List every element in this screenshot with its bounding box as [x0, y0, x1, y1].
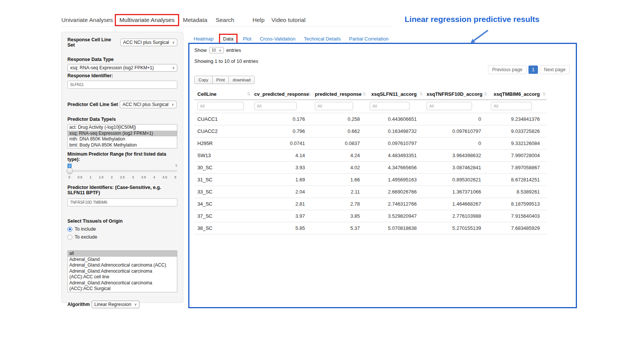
list-option[interactable]: Adrenal_Gland [68, 257, 177, 263]
response-data-type-label: Response Data Type [67, 57, 177, 62]
filter-input-cv-predicted-response[interactable] [254, 102, 297, 110]
value-cell: 5.85 [251, 222, 312, 234]
previous-page-button[interactable]: Previous page [488, 65, 527, 74]
table-row: CUACC2 0.796 0.662 0.163498732 0.0976107… [194, 125, 547, 137]
nav-divider [61, 27, 392, 27]
tab-technical-details[interactable]: Technical Details [304, 36, 341, 42]
min-predictor-range-slider: 0 5 0 0.5 1 1.5 2 2.5 3 3.5 4 4.5 5 [67, 164, 177, 183]
filter-input-xsqtmbim6-accorg[interactable] [491, 102, 532, 110]
predictor-data-types-label: Predictor Data Type/s [67, 117, 177, 122]
annotation-title: Linear regression predictive results [405, 15, 539, 24]
tab-plot[interactable]: Plot [243, 36, 251, 42]
tick-label: 3 [131, 175, 135, 179]
response-data-type-select[interactable]: xsq: RNA-seq Expression (log2 FPKM+1) ∨ [67, 64, 177, 72]
filter-input-xsqtnfrsf10d-accorg[interactable] [427, 102, 472, 110]
page-length-select[interactable]: 10 ∨ [209, 47, 224, 53]
value-cell: 2.81 [251, 198, 312, 210]
tissue-origin-listbox[interactable]: all Adrenal_Gland Adrenal_Gland:Adrenoco… [67, 250, 177, 292]
current-page-button[interactable]: 1 [528, 66, 538, 74]
column-header-predicted-response[interactable]: predicted_response⇅ [312, 89, 367, 100]
cellline-cell: 38_SC [194, 222, 251, 234]
filter-input-predicted-response[interactable] [315, 102, 353, 110]
value-cell: 0.0741 [251, 137, 312, 150]
filter-input-cellline[interactable] [197, 102, 244, 110]
nav-help[interactable]: Help [252, 17, 264, 23]
predictor-cell-line-set-value: ACC NCI plus Surgical [122, 102, 168, 107]
sort-icon: ⇅ [308, 92, 311, 97]
tab-partial-correlation[interactable]: Partial Correlation [349, 36, 389, 42]
entries-label: entries [226, 47, 241, 53]
list-option-selected[interactable]: all [68, 251, 177, 257]
tissue-exclude-label: To exclude [75, 234, 97, 240]
results-panel: Show 10 ∨ entries Showing 1 to 10 of 10 … [188, 43, 577, 308]
filter-cell [251, 100, 312, 113]
tab-cross-validation[interactable]: Cross-Validation [260, 36, 295, 42]
download-button[interactable]: download [228, 76, 255, 84]
list-option-selected[interactable]: xsq: RNA-seq Expression (log2 FPKM+1) [68, 131, 177, 137]
column-header-cellline[interactable]: CellLine⇅ [194, 89, 251, 100]
list-option[interactable]: Adrenal_Gland:Adrenocortical carcinoma (… [68, 262, 177, 268]
value-cell: 4.483493351 [367, 150, 424, 162]
column-header-xsqtmbim6-accorg[interactable]: xsqTMBIM6_accorg⇅ [488, 89, 547, 100]
filter-cell [194, 100, 251, 113]
value-cell: 7.897058867 [488, 162, 547, 174]
next-page-button[interactable]: Next page [540, 65, 570, 74]
page-length-value: 10 [212, 48, 216, 52]
table-row: SW13 4.14 4.24 4.483493351 3.964398632 7… [194, 150, 547, 162]
algorithm-row: Algorithm Linear Regression ∨ [67, 301, 177, 308]
tissue-include-radio[interactable]: To include [67, 226, 177, 232]
predictor-cell-line-set-select[interactable]: ACC NCI plus Surgical ∨ [120, 101, 177, 108]
column-header-xsqtnfrsf10d-accorg[interactable]: xsqTNFRSF10D_accorg⇅ [424, 89, 488, 100]
value-cell: 0.163498732 [367, 125, 424, 137]
response-identifier-label: Response Identifier: [67, 73, 177, 78]
response-cell-line-set-value: ACC NCI plus Surgical [123, 40, 169, 45]
value-cell: 0.097610797 [367, 137, 424, 150]
table-row: 31_SC 1.69 1.66 1.495695163 0.895302621 … [194, 174, 547, 186]
cellline-cell: 37_SC [194, 210, 251, 222]
list-option[interactable]: mth: DNA 850K Methylation [68, 136, 177, 142]
algorithm-select[interactable]: Linear Regression ∨ [92, 301, 139, 308]
nav-search[interactable]: Search [216, 17, 234, 23]
list-option[interactable]: act: Drug Activity (-log10[IC50M]) [68, 125, 177, 131]
predictor-data-types-listbox[interactable]: act: Drug Activity (-log10[IC50M]) xsq: … [67, 124, 177, 148]
column-header-cv-predicted-response[interactable]: cv_predicted_response⇅ [251, 89, 312, 100]
column-header-xsqslfn11-accorg[interactable]: xsqSLFN11_accorg⇅ [367, 89, 424, 100]
list-option[interactable]: Adrenal_Gland:Adrenocortical carcinoma (… [68, 280, 177, 292]
slider-handle[interactable] [67, 168, 73, 174]
filter-cell [367, 100, 424, 113]
cellline-cell: 30_SC [194, 162, 251, 174]
table-row: 33_SC 2.04 2.11 2.669026766 1.367371066 … [194, 186, 547, 198]
table-row: CUACC1 0.176 0.258 0.443606651 0 9.23484… [194, 113, 547, 125]
tick-label: 1 [89, 175, 92, 179]
predictor-identifiers-input[interactable] [67, 198, 177, 206]
copy-button[interactable]: Copy [194, 76, 213, 84]
print-button[interactable]: Print [212, 76, 229, 84]
filter-input-xsqslfn11-accorg[interactable] [370, 102, 410, 110]
cellline-cell: SW13 [194, 150, 251, 162]
value-cell: 3.93 [251, 162, 312, 174]
list-option[interactable]: Adrenal_Gland:Adrenocortical carcinoma (… [68, 268, 177, 280]
nav-univariate-analyses[interactable]: Univariate Analyses [61, 17, 113, 23]
cellline-cell: 33_SC [194, 186, 251, 198]
column-header-label: cv_predicted_response [254, 91, 309, 97]
slider-track[interactable] [67, 170, 177, 172]
cellline-cell: H295R [194, 137, 251, 150]
value-cell: 3.85 [312, 210, 367, 222]
tab-data[interactable]: Data [219, 34, 238, 44]
value-cell: 4.347665656 [367, 162, 424, 174]
nav-video-tutorial[interactable]: Video tutorial [271, 17, 305, 23]
pagination: Previous page 1 Next page [488, 65, 570, 74]
table-info-text: Showing 1 to 10 of 10 entries [194, 58, 571, 64]
tab-heatmap[interactable]: Heatmap [194, 36, 214, 42]
response-identifier-input[interactable] [67, 81, 177, 89]
column-header-label: predicted_response [315, 91, 362, 97]
tick-label: 3.5 [141, 175, 146, 179]
value-cell: 0.662 [312, 125, 367, 137]
nav-metadata[interactable]: Metadata [183, 17, 208, 23]
response-cell-line-set-label: Response Cell Line Set [67, 37, 119, 48]
response-cell-line-set-select[interactable]: ACC NCI plus Surgical ∨ [120, 39, 177, 46]
tick-label: 5 [174, 175, 177, 179]
nav-multivariate-analyses[interactable]: Multivariate Analyses [115, 14, 179, 26]
list-option[interactable]: bmt: Body DNA 850K Methylation [68, 142, 177, 148]
tissue-exclude-radio[interactable]: To exclude [67, 234, 177, 240]
